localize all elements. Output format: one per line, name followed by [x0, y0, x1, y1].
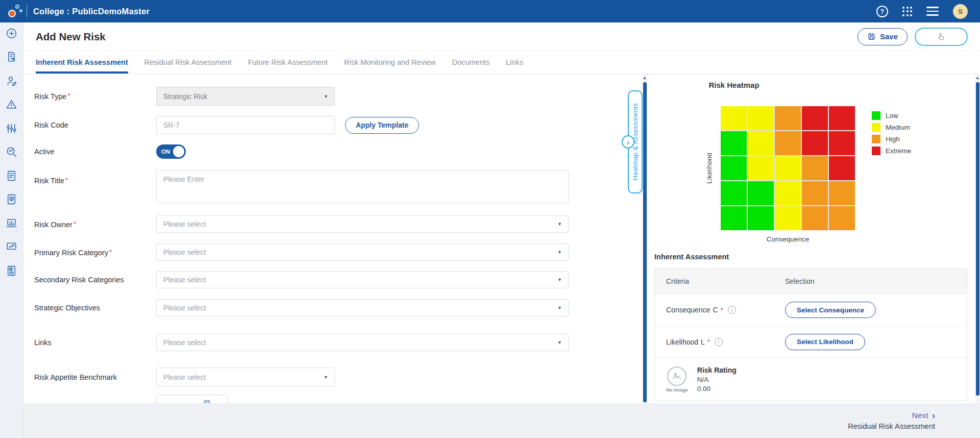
heatmap-cell-extreme — [829, 131, 855, 155]
risk-rating-value: N/A — [697, 376, 737, 383]
heatmap-cell-extreme — [829, 106, 855, 130]
select-likelihood-button[interactable]: Select Likelihood — [785, 334, 865, 350]
risk-rating-score: 0.00 — [697, 385, 737, 393]
risk-form: Risk Type* Strategic Risk ▼ Risk Code Ap… — [23, 74, 642, 403]
criteria-consequence-label: Consequence — [666, 306, 710, 314]
risk-rating-image-placeholder: No Image — [666, 367, 688, 393]
app-window: College : PublicDemoMaster ? S Add New R… — [0, 0, 980, 438]
active-toggle[interactable]: ON — [156, 144, 186, 159]
analytics-icon[interactable] — [5, 216, 18, 230]
field-label-links: Links — [34, 338, 52, 347]
heatmap-cell-high — [829, 181, 855, 205]
strategic-objectives-select[interactable]: Please select ▼ — [156, 299, 569, 317]
workspace-title: College : PublicDemoMaster — [33, 7, 150, 16]
legend-swatch-medium — [872, 123, 880, 132]
chevron-down-icon: ▼ — [557, 250, 562, 255]
document-share-icon[interactable] — [5, 51, 18, 64]
heatmap-cell-high — [802, 156, 828, 180]
page-title: Add New Risk — [36, 31, 106, 43]
sidebar-nav — [0, 22, 23, 438]
legend-swatch-extreme — [872, 147, 880, 155]
tab-risk-monitoring-and-review[interactable]: Risk Monitoring and Review — [344, 51, 436, 74]
apps-grid-icon[interactable] — [902, 7, 912, 16]
risk-alerts-icon[interactable] — [5, 98, 18, 111]
collapse-chevron-icon[interactable]: › — [622, 135, 634, 149]
risk-code-input[interactable] — [156, 116, 335, 134]
compliance-icon[interactable] — [5, 193, 18, 206]
scroll-up-icon[interactable]: ▲ — [975, 75, 980, 81]
heatmap-cell-medium — [775, 156, 801, 180]
heatmap-cell-extreme — [829, 156, 855, 180]
criteria-likelihood-label: Likelihood — [666, 338, 698, 346]
documents-icon[interactable] — [5, 169, 18, 182]
apply-template-button[interactable]: Apply Template — [345, 117, 419, 134]
panel-scrollbar[interactable]: ▲ — [975, 74, 980, 403]
secondary-action-button[interactable] — [915, 28, 968, 46]
scrollbar-thumb[interactable] — [643, 82, 647, 402]
content-area: Risk Type* Strategic Risk ▼ Risk Code Ap… — [23, 74, 980, 403]
legend-item-high: High — [872, 134, 911, 144]
heatmap-cell-medium — [748, 131, 774, 155]
heatmap-cell-medium — [775, 181, 801, 205]
heatmap-x-axis-label: Consequence — [721, 235, 855, 243]
chevron-down-icon: ▼ — [324, 375, 328, 380]
heatmap-cell-medium — [748, 156, 774, 180]
menu-icon[interactable] — [926, 7, 939, 16]
heatmap-cell-low — [721, 131, 747, 155]
risk-owner-select[interactable]: Please select ▼ — [156, 215, 569, 233]
save-button[interactable]: Save — [857, 28, 908, 45]
scrollbar-thumb[interactable] — [976, 82, 979, 396]
performance-icon[interactable] — [5, 240, 18, 254]
next-link[interactable]: Next › — [912, 411, 935, 420]
form-scrollbar[interactable]: ▲ — [642, 74, 647, 403]
reports-icon[interactable] — [5, 264, 18, 277]
info-icon[interactable]: i — [728, 306, 736, 314]
primary-risk-category-select[interactable]: Please select ▼ — [156, 244, 569, 261]
tab-links[interactable]: Links — [506, 51, 523, 74]
select-consequence-button[interactable]: Select Consequence — [785, 302, 876, 318]
heatmap-cell-extreme — [802, 106, 828, 130]
field-label-risk-code: Risk Code — [34, 121, 68, 129]
main-area: Add New Risk Save Inherent Risk Assessme… — [23, 22, 980, 438]
topbar: College : PublicDemoMaster ? S — [0, 0, 980, 22]
inherent-assessment-title: Inherent Assessment — [654, 253, 729, 261]
heatmap-cell-medium — [748, 106, 774, 130]
field-label-risk-appetite-benchmark: Risk Appetite Benchmark — [34, 373, 117, 381]
heatmap-cell-high — [775, 131, 801, 155]
heatmap-cell-low — [748, 181, 774, 205]
scroll-up-icon[interactable]: ▲ — [642, 75, 647, 81]
risk-appetite-benchmark-select[interactable]: Please select ▼ — [156, 368, 335, 386]
secondary-risk-categories-select[interactable]: Please select ▼ — [156, 271, 569, 288]
chevron-down-icon: ▼ — [557, 277, 562, 282]
search-insights-icon[interactable] — [5, 145, 18, 159]
heatmap-cell-high — [775, 106, 801, 130]
risk-title-textarea[interactable] — [156, 170, 569, 203]
field-label-strategic-objectives: Strategic Objectives — [34, 304, 100, 312]
heatmap-cell-medium — [721, 106, 747, 130]
date-input-clipped[interactable] — [156, 395, 228, 403]
add-new-icon[interactable] — [5, 27, 18, 40]
tab-documents[interactable]: Documents — [452, 51, 489, 74]
links-select[interactable]: Please select ▼ — [156, 334, 569, 351]
tab-residual-risk-assessment[interactable]: Residual Risk Assessment — [144, 51, 232, 74]
legend-swatch-low — [872, 111, 880, 120]
controls-icon[interactable] — [5, 121, 18, 135]
help-icon[interactable]: ? — [876, 6, 888, 17]
cursor-hand-icon — [936, 32, 946, 42]
heatmap-cell-low — [721, 156, 747, 180]
heatmap-assessments-side-tab[interactable]: Heatmap & Assessments › — [628, 90, 643, 193]
heatmap-cell-low — [721, 206, 747, 230]
user-edit-icon[interactable] — [5, 74, 18, 87]
risk-type-select[interactable]: Strategic Risk ▼ — [156, 87, 335, 106]
tab-inherent-risk-assessment[interactable]: Inherent Risk Assessment — [36, 51, 128, 74]
tabbar: Inherent Risk Assessment Residual Risk A… — [23, 51, 980, 74]
tab-future-risk-assessment[interactable]: Future Risk Assessment — [248, 51, 328, 74]
info-icon[interactable]: i — [715, 338, 723, 346]
chevron-down-icon: ▼ — [557, 222, 562, 227]
avatar[interactable]: S — [953, 4, 968, 19]
topbar-divider — [27, 5, 27, 17]
risk-rating-label: Risk Rating — [697, 366, 737, 374]
heatmap-cell-high — [802, 206, 828, 230]
legend-item-low: Low — [872, 111, 911, 120]
risk-rating-row: No Image Risk Rating N/A 0.00 — [655, 358, 967, 401]
